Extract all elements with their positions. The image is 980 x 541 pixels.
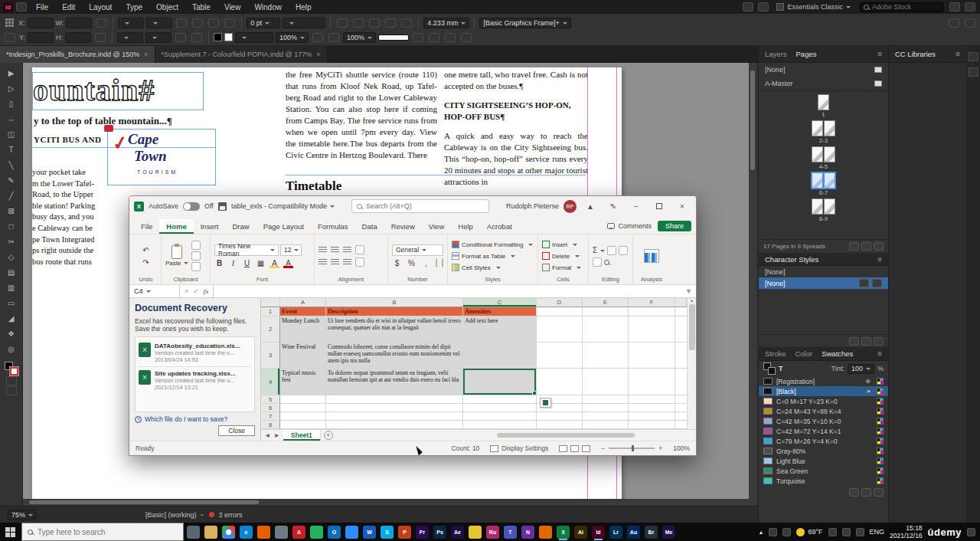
page-thumbnail[interactable] <box>812 146 823 162</box>
delete-cells-button[interactable]: Delete <box>542 251 580 261</box>
rotation-angle-field[interactable] <box>146 18 172 28</box>
orientation-icon[interactable] <box>355 245 364 254</box>
comments-button[interactable]: Comments <box>607 222 652 230</box>
flip-vertical-icon[interactable] <box>224 18 235 28</box>
swatch-row[interactable]: Gray-80% <box>759 446 888 456</box>
hand-tool-icon[interactable]: ❖ <box>3 326 20 341</box>
effects-fx-icon[interactable] <box>312 33 323 42</box>
row-header-6[interactable]: 6 <box>261 404 280 411</box>
taskbar-icon-rush[interactable]: Ru <box>486 526 499 539</box>
excel-search-box[interactable] <box>351 199 489 213</box>
excel-search-input[interactable] <box>366 202 473 210</box>
taskbar-search[interactable] <box>21 523 184 541</box>
menu-object[interactable]: Object <box>150 3 185 11</box>
swatch-row[interactable]: C=42 M=35 Y=10 K=0 <box>759 416 888 426</box>
preflight-menu[interactable]: [Basic] (working) <box>145 511 204 519</box>
page-thumbnail[interactable] <box>812 120 823 136</box>
column-header-b[interactable]: B <box>326 298 463 307</box>
share-button[interactable]: Share <box>658 221 691 231</box>
pen-tool-icon[interactable]: ✎ <box>3 173 20 188</box>
cell-c3[interactable] <box>463 343 537 368</box>
cell-f4[interactable] <box>629 369 675 395</box>
new-sheet-button[interactable]: + <box>324 431 333 440</box>
style-new-icon[interactable] <box>872 279 882 287</box>
column-header-f[interactable]: F <box>629 298 675 307</box>
panel-menu-icon[interactable]: ≡ <box>877 349 882 358</box>
opacity-field[interactable]: 100% <box>276 32 309 43</box>
comma-format-icon[interactable]: , <box>421 258 431 268</box>
taskbar-icon-zoom[interactable] <box>345 526 358 539</box>
sort-filter-icon[interactable] <box>593 257 602 267</box>
doc-tab-supplement[interactable]: *Supplement 7 - Colourfield POPIA.indd @… <box>155 46 328 63</box>
align-middle-icon[interactable] <box>331 247 339 254</box>
text-wrap-icon[interactable] <box>385 18 396 28</box>
text-formatting-icon[interactable]: T <box>779 365 783 372</box>
find-select-icon[interactable] <box>604 260 609 265</box>
cell-b2[interactable]: Ut lore vendrem dio et wisi in ullutpat … <box>326 316 463 342</box>
clock[interactable]: 15:182021/12/16 <box>890 524 923 539</box>
font-color-button[interactable]: A <box>283 258 293 268</box>
workspace-switcher[interactable]: Essentials Classic <box>776 3 851 11</box>
status-count[interactable]: Count: 10 <box>451 444 479 452</box>
cell-b8[interactable] <box>326 421 463 428</box>
autosum-icon[interactable]: Σ <box>593 245 605 255</box>
cell-d7[interactable] <box>537 412 583 420</box>
tab-draw[interactable]: Draw <box>225 219 256 234</box>
scale-y-field[interactable] <box>117 32 143 43</box>
document-title[interactable]: table_exls - Compatibility Mode <box>231 202 335 210</box>
insert-cells-button[interactable]: Insert <box>542 239 577 250</box>
cell-b6[interactable] <box>326 404 463 411</box>
taskbar-icon-chrome[interactable] <box>222 526 235 539</box>
analyze-data-icon[interactable] <box>644 249 659 263</box>
borders-button[interactable]: ▦ <box>256 258 266 268</box>
row-header-4[interactable]: 4 <box>261 369 280 395</box>
formatting-affects-icon[interactable] <box>6 376 17 385</box>
cell-b1[interactable]: Description <box>326 307 463 316</box>
select-all-corner[interactable] <box>261 298 280 307</box>
master-page-none[interactable]: [None] <box>759 63 888 77</box>
page-layout-view-icon[interactable] <box>570 445 579 452</box>
direct-selection-tool-icon[interactable]: ▷ <box>3 81 20 96</box>
cell-b3[interactable]: Commodo loboreet, conse conullaore minim… <box>326 343 463 368</box>
cell-f6[interactable] <box>629 404 675 411</box>
taskbar-icon-audition[interactable]: Au <box>627 526 640 539</box>
height-field[interactable] <box>65 32 91 43</box>
start-button[interactable] <box>0 523 20 541</box>
menu-help[interactable]: Help <box>289 3 318 11</box>
menu-view[interactable]: View <box>218 3 247 11</box>
swatch-row[interactable]: Light Blue <box>759 456 888 466</box>
fill-color-chip[interactable] <box>214 33 222 41</box>
page-thumbnail[interactable] <box>824 172 835 189</box>
y-position-field[interactable] <box>28 32 54 43</box>
zoom-tool-icon[interactable] <box>949 2 960 11</box>
taskbar-icon-excel[interactable]: X <box>557 526 570 539</box>
display-settings-button[interactable]: Display Settings <box>490 444 548 452</box>
fill-stroke-proxy[interactable] <box>5 362 18 375</box>
rotate-90-cw-icon[interactable] <box>176 18 187 28</box>
taskbar-icon-teams[interactable]: T <box>504 526 517 539</box>
menu-window[interactable]: Window <box>248 3 288 11</box>
zoom-in-icon[interactable]: + <box>658 444 662 452</box>
create-style-icon[interactable] <box>861 337 871 346</box>
swatch-row[interactable]: Turquoise <box>759 476 888 486</box>
name-box[interactable]: C4 <box>129 285 180 297</box>
taskbar-icon-photoshop[interactable]: Ps <box>433 526 446 539</box>
row-header-7[interactable]: 7 <box>261 412 280 420</box>
stroke-color-chip[interactable] <box>224 33 233 41</box>
delete-page-icon[interactable] <box>874 242 884 251</box>
tab-color[interactable]: Color <box>795 349 812 358</box>
cell-c7[interactable] <box>463 412 537 420</box>
row-header-3[interactable]: 3 <box>261 343 280 368</box>
note-tool-icon[interactable]: ▭ <box>3 296 20 310</box>
cell-d2[interactable] <box>537 316 583 342</box>
rectangle-tool-icon[interactable]: □ <box>3 219 20 234</box>
align-bottom-icon[interactable] <box>343 247 351 254</box>
drop-shadow-icon[interactable] <box>328 33 339 42</box>
align-right-icon[interactable] <box>369 18 380 28</box>
merge-center-icon[interactable] <box>355 257 364 267</box>
cell-d4[interactable] <box>537 369 583 395</box>
tab-cc-libraries[interactable]: CC Libraries <box>895 50 936 58</box>
page-thumbnail[interactable] <box>812 198 823 215</box>
document-vertical-scrollbar[interactable] <box>749 63 756 506</box>
number-format-select[interactable]: General <box>392 244 443 256</box>
